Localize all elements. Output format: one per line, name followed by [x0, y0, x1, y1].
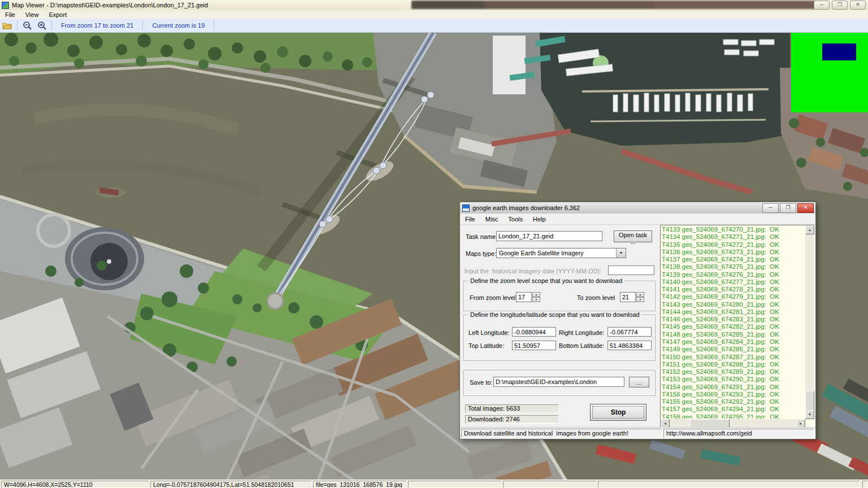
log-line[interactable]: T4143 ges_524069_674280_21.jpg: OK	[662, 301, 805, 308]
log-line[interactable]: T4142 ges_524069_674279_21.jpg: OK	[662, 293, 805, 300]
log-line[interactable]: T4137 ges_524069_674274_21.jpg: OK	[662, 256, 805, 263]
log-line[interactable]: T4139 ges_524069_674276_21.jpg: OK	[662, 271, 805, 278]
log-line[interactable]: T4155 ges_524069_674292_21.jpg: OK	[662, 398, 805, 406]
log-line[interactable]: T4133 ges_524069_674270_21.jpg: OK	[662, 226, 805, 233]
dialog-statusbar: Download satellite and historical images…	[460, 427, 815, 439]
open-file-button[interactable]	[1, 20, 14, 31]
log-line[interactable]: T4156 ges_524069_674293_21.jpg: OK	[662, 391, 805, 398]
log-line[interactable]: T4136 ges_524069_674273_21.jpg: OK	[662, 249, 805, 256]
bottom-latitude-input[interactable]	[607, 341, 652, 350]
spin-down-icon[interactable]: ▼	[532, 297, 540, 302]
log-line[interactable]: T4147 ges_524069_674284_21.jpg: OK	[662, 338, 805, 346]
zoom-out-icon	[23, 21, 32, 30]
dialog-close-button[interactable]: ✕	[797, 203, 814, 213]
app-icon	[2, 2, 9, 9]
scroll-down-icon[interactable]: ▼	[805, 410, 814, 419]
dialog-menubar: FileMiscToolsHelp	[460, 213, 815, 225]
log-line[interactable]: T4150 ges_524069_674287_21.jpg: OK	[662, 354, 805, 361]
menu-item[interactable]: Export	[44, 11, 72, 19]
restore-button[interactable]: ❐	[832, 1, 848, 10]
zoom-in-icon	[37, 21, 47, 30]
minimap[interactable]	[791, 33, 868, 112]
toolbar-separator	[17, 20, 18, 30]
left-longitude-input[interactable]	[512, 327, 556, 337]
close-button[interactable]: ✕	[850, 1, 866, 10]
from-zoom-input[interactable]	[516, 292, 532, 302]
statusbar-panel: file=ges_131016_168576_19.jpg	[313, 481, 407, 488]
dialog-menu-item[interactable]: Misc	[480, 215, 504, 223]
log-line[interactable]: T4158 ges_524069_674295_21.jpg: OK	[662, 413, 805, 419]
save-to-input[interactable]	[493, 377, 624, 387]
dialog-titlebar[interactable]: google earth images downloader 6.362 ─ ❐…	[460, 202, 815, 214]
vertical-scrollbar[interactable]: ▲ ▼	[805, 225, 814, 419]
menu-item[interactable]: View	[20, 11, 44, 19]
log-line[interactable]: T4148 ges_524069_674285_21.jpg: OK	[662, 331, 805, 338]
browse-button[interactable]: ...	[629, 377, 649, 387]
log-lines: T4133 ges_524069_674270_21.jpg: OKT4134 …	[662, 226, 805, 419]
toolbar-separator	[214, 20, 214, 30]
toolbar-separator	[51, 20, 52, 30]
dialog-title: google earth images downloader 6.362	[472, 204, 580, 211]
log-line[interactable]: T4140 ges_524069_674277_21.jpg: OK	[662, 278, 805, 286]
zoom-scope-group: Define the zoom level scope that you wan…	[463, 281, 656, 311]
task-name-label: Task name:	[466, 233, 497, 240]
minimap-viewport[interactable]	[822, 43, 856, 60]
log-line[interactable]: T4153 ges_524069_674290_21.jpg: OK	[662, 376, 805, 383]
redacted-region	[411, 1, 815, 9]
historical-date-input[interactable]	[608, 265, 654, 275]
window-titlebar[interactable]: Map Viewer - D:\mapstest\GEID-examples\L…	[0, 0, 868, 11]
log-line[interactable]: T4157 ges_524069_674294_21.jpg: OK	[662, 406, 805, 413]
vertical-scroll-thumb[interactable]	[805, 391, 814, 412]
right-longitude-input[interactable]	[607, 327, 652, 337]
spin-up-icon[interactable]: ▲	[636, 292, 644, 297]
left-longitude-label: Left Longitude:	[468, 329, 510, 336]
maps-type-value: Google Earth Satellite Imagery	[499, 250, 584, 256]
top-latitude-label: Top Latitude:	[468, 342, 504, 349]
historical-date-label: Input the historical imagery date (YYYY-…	[465, 268, 601, 274]
log-line[interactable]: T4135 ges_524069_674272_21.jpg: OK	[662, 241, 805, 249]
map-viewer-window: Map Viewer - D:\mapstest\GEID-examples\L…	[0, 0, 868, 488]
menu-item[interactable]: File	[0, 11, 20, 19]
log-line[interactable]: T4144 ges_524069_674281_21.jpg: OK	[662, 308, 805, 316]
top-latitude-input[interactable]	[512, 341, 556, 350]
coord-scope-title: Define the longitude/latitude scope that…	[468, 311, 641, 318]
maps-type-label: Maps type:	[466, 250, 496, 257]
dialog-status-text: Download satellite and historical images…	[461, 429, 662, 438]
window-menubar: FileViewExport	[0, 10, 868, 19]
task-name-input[interactable]	[496, 231, 602, 241]
log-line[interactable]: T4138 ges_524069_674275_21.jpg: OK	[662, 263, 805, 271]
dialog-minimize-button[interactable]: ─	[762, 203, 779, 213]
dialog-menu-item[interactable]: Tools	[503, 215, 528, 223]
dialog-menu-item[interactable]: File	[460, 215, 480, 223]
statusbar-panel: W=4096,H=4608,X=2525,Y=1110	[1, 481, 149, 488]
zoom-scope-title: Define the zoom level scope that you wan…	[468, 277, 624, 284]
log-line[interactable]: T4154 ges_524069_674291_21.jpg: OK	[662, 384, 805, 391]
statusbar-panel	[503, 481, 597, 488]
statusbar-panel: Long=-0.0757187604904175,Lat=51.50481820…	[150, 481, 312, 488]
maps-type-select[interactable]: Google Earth Satellite Imagery ▼	[496, 248, 626, 258]
coord-scope-group: Define the longitude/latitude scope that…	[463, 315, 656, 361]
statusbar: W=4096,H=4608,X=2525,Y=1110Long=-0.07571…	[0, 480, 868, 488]
save-to-group: Save to: ...	[463, 370, 656, 396]
spin-up-icon[interactable]: ▲	[532, 292, 540, 297]
to-zoom-input[interactable]	[620, 292, 636, 302]
log-line[interactable]: T4145 ges_524069_674282_21.jpg: OK	[662, 323, 805, 330]
minimize-button[interactable]: ─	[814, 1, 830, 10]
log-line[interactable]: T4146 ges_524069_674283_21.jpg: OK	[662, 316, 805, 323]
log-line[interactable]: T4134 ges_524069_674271_21.jpg: OK	[662, 233, 805, 241]
spin-down-icon[interactable]: ▼	[636, 297, 644, 302]
dialog-maximize-button[interactable]: ❐	[780, 203, 796, 213]
log-line[interactable]: T4151 ges_524069_674288_21.jpg: OK	[662, 361, 805, 368]
log-line[interactable]: T4149 ges_524069_674286_21.jpg: OK	[662, 346, 805, 353]
open-task-button[interactable]: Open task ...	[614, 230, 652, 242]
zoom-in-button[interactable]	[35, 20, 49, 31]
log-line[interactable]: T4152 ges_524069_674289_21.jpg: OK	[662, 368, 805, 376]
zoom-out-button[interactable]	[20, 20, 34, 31]
chevron-down-icon[interactable]: ▼	[616, 249, 626, 258]
window-title: Map Viewer - D:\mapstest\GEID-examples\L…	[12, 2, 208, 8]
dialog-menu-item[interactable]: Help	[528, 215, 551, 223]
zoom-range-label: From zoom 17 to zoom 21	[54, 22, 140, 29]
stop-button[interactable]: Stop	[590, 404, 646, 421]
log-line[interactable]: T4141 ges_524069_674278_21.jpg: OK	[662, 286, 805, 293]
scroll-up-icon[interactable]: ▲	[805, 225, 814, 234]
